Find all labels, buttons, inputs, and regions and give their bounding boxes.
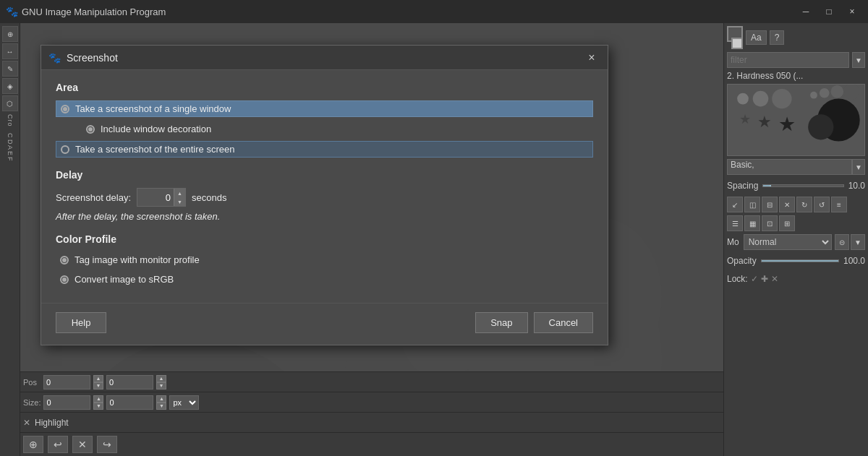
action-buttons: Snap Cancel	[475, 312, 593, 333]
svg-point-16	[820, 88, 830, 98]
tool-icon-11[interactable]: ⊞	[779, 215, 795, 231]
svg-point-8	[753, 91, 769, 107]
svg-text:★: ★	[757, 113, 772, 131]
left-tool-panel: ⊕ ↔ ✎ ◈ ⬡ Cro C D A E F	[0, 23, 20, 456]
delay-seconds-label: seconds	[192, 192, 226, 203]
tool-icon-10[interactable]: ⊡	[762, 215, 778, 231]
lock-icon-2[interactable]: ✚	[761, 274, 768, 284]
tool-btn-2[interactable]: ↔	[2, 43, 18, 59]
delay-input[interactable]	[137, 189, 174, 206]
option-single-window-label: Take a screenshot of a single window	[75, 103, 231, 114]
color-profile-section: Color Profile Tag image with monitor pro…	[56, 233, 593, 287]
close-button[interactable]: ×	[842, 1, 862, 22]
filter-input[interactable]	[727, 52, 849, 68]
tool-icon-5[interactable]: ↻	[796, 197, 812, 212]
option-convert-srgb[interactable]: Convert image to sRGB	[56, 272, 593, 287]
radio-tag-monitor-dot	[60, 256, 69, 264]
lock-icon-1[interactable]: ✓	[751, 274, 758, 284]
opacity-row: Opacity 100.0	[727, 253, 865, 269]
radio-single-window-dot	[61, 105, 69, 113]
tool-icon-7[interactable]: ≡	[831, 197, 847, 212]
brush-preview: ★ ★ ★	[727, 84, 865, 156]
dialog-title: Screenshot	[67, 52, 577, 64]
svg-point-7	[737, 93, 749, 105]
opacity-value: 100.0	[843, 256, 865, 266]
mode-select[interactable]: Normal Multiply Screen Overlay	[744, 234, 832, 250]
tool-icon-9[interactable]: ▦	[744, 215, 760, 231]
dialog-content: Area Take a screenshot of a single windo…	[41, 70, 608, 303]
tool-icons-row-1: ↙ ◫ ⊟ ✕ ↻ ↺ ≡	[727, 197, 865, 212]
mode-buttons: ⊝ ▼	[835, 234, 865, 250]
window-controls: ─ □ ×	[796, 1, 862, 22]
right-panel: Aa ? ▼ 2. Hardness 050 (... ★ ★ ★	[723, 23, 868, 456]
delay-up-button[interactable]: ▲	[174, 189, 185, 197]
opacity-label: Opacity	[727, 256, 757, 266]
brush-type-btn[interactable]: Aa	[746, 30, 767, 45]
tool-icon-4[interactable]: ✕	[779, 197, 795, 212]
option-convert-srgb-label: Convert image to sRGB	[75, 274, 174, 285]
mode-btn-1[interactable]: ⊝	[835, 234, 849, 250]
file-label[interactable]: Cro	[2, 113, 18, 129]
tool-icon-3[interactable]: ⊟	[762, 197, 778, 212]
dialog-buttons: Help Snap Cancel	[41, 303, 608, 345]
brush-name: 2. Hardness 050 (...	[727, 71, 865, 81]
brush-help-btn[interactable]: ?	[770, 30, 785, 45]
preset-select[interactable]: Basic,	[727, 159, 852, 175]
dialog-close-button[interactable]: ×	[583, 49, 600, 66]
option-include-decoration[interactable]: Include window decoration	[82, 121, 593, 137]
main-layout: ⊕ ↔ ✎ ◈ ⬡ Cro C D A E F Pos	[0, 23, 868, 456]
tool-btn-1[interactable]: ⊕	[2, 26, 18, 42]
preset-row: Basic, ▼	[727, 159, 865, 175]
title-bar: 🐾 GNU Image Manipulation Program ─ □ ×	[0, 0, 868, 23]
svg-text:★: ★	[778, 113, 796, 135]
help-button[interactable]: Help	[56, 312, 106, 333]
background-color[interactable]	[731, 38, 743, 49]
svg-point-18	[843, 85, 859, 100]
delay-heading: Delay	[56, 169, 593, 181]
snap-button[interactable]: Snap	[475, 312, 527, 333]
delay-down-button[interactable]: ▼	[174, 197, 185, 206]
lock-row: Lock: ✓ ✚ ✕	[727, 272, 865, 286]
delay-section: Delay Screenshot delay: ▲ ▼ seconds	[56, 169, 593, 222]
option-entire-screen[interactable]: Take a screenshot of the entire screen	[56, 141, 593, 158]
spacing-value: 10.0	[848, 181, 865, 191]
radio-entire-screen-dot	[61, 145, 69, 154]
spacing-label: Spacing	[727, 181, 758, 191]
tool-btn-4[interactable]: ◈	[2, 78, 18, 94]
tool-btn-5[interactable]: ⬡	[2, 95, 18, 111]
mode-btn-2[interactable]: ▼	[851, 234, 865, 250]
tool-icon-8[interactable]: ☰	[727, 215, 743, 231]
option-single-window[interactable]: Take a screenshot of a single window	[56, 100, 593, 117]
radio-decoration-dot	[86, 125, 95, 134]
delay-label: Screenshot delay:	[56, 192, 131, 203]
minimize-button[interactable]: ─	[796, 1, 816, 22]
tool-btn-3[interactable]: ✎	[2, 61, 18, 77]
svg-point-17	[831, 85, 844, 98]
preset-arrow[interactable]: ▼	[852, 159, 865, 175]
fg-bg-colors	[727, 26, 743, 49]
option-tag-monitor-label: Tag image with monitor profile	[75, 254, 200, 265]
filter-row: ▼	[727, 52, 865, 68]
brush-top: Aa ?	[727, 26, 865, 49]
lock-label: Lock:	[727, 274, 748, 284]
filter-dropdown-icon[interactable]: ▼	[852, 52, 865, 68]
maximize-button[interactable]: □	[819, 1, 839, 22]
option-tag-monitor[interactable]: Tag image with monitor profile	[56, 252, 593, 267]
delay-row: Screenshot delay: ▲ ▼ seconds	[56, 188, 593, 207]
lock-icons: ✓ ✚ ✕	[751, 274, 778, 284]
option-entire-screen-label: Take a screenshot of the entire screen	[75, 144, 234, 155]
tool-icon-6[interactable]: ↺	[814, 197, 830, 212]
spacing-row: Spacing 10.0	[727, 178, 865, 194]
tool-icon-2[interactable]: ◫	[744, 197, 760, 212]
brush-preview-svg: ★ ★ ★	[728, 85, 864, 155]
lock-icon-3[interactable]: ✕	[771, 274, 778, 284]
delay-stepper: ▲ ▼	[174, 189, 185, 206]
tool-icon-1[interactable]: ↙	[727, 197, 743, 212]
opacity-bar[interactable]	[761, 259, 839, 262]
spacing-bar[interactable]	[762, 184, 843, 187]
brush-options: Aa ?	[746, 30, 784, 45]
cancel-button[interactable]: Cancel	[534, 312, 593, 333]
delay-input-wrap: ▲ ▼	[137, 188, 186, 207]
svg-point-14	[808, 114, 833, 139]
svg-point-15	[810, 92, 817, 99]
